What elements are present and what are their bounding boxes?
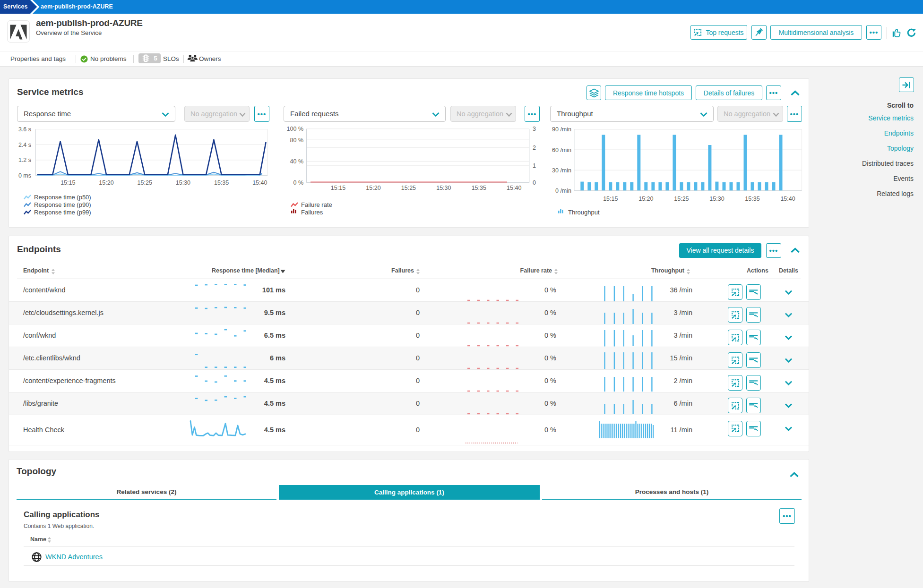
svg-text:40 %: 40 % (290, 158, 304, 165)
svg-text:15:25: 15:25 (138, 179, 152, 186)
svg-text:3.6 s: 3.6 s (18, 126, 31, 133)
svg-text:1.2 s: 1.2 s (18, 157, 31, 163)
svg-text:15:15: 15:15 (603, 196, 618, 202)
svg-text:Failures: Failures (301, 209, 323, 216)
svg-text:2: 2 (533, 145, 536, 151)
svg-text:15:30: 15:30 (709, 196, 724, 202)
svg-text:0 ms: 0 ms (18, 172, 31, 179)
svg-text:80 %: 80 % (290, 137, 304, 144)
svg-text:15:40: 15:40 (252, 179, 267, 186)
svg-text:15:30: 15:30 (436, 185, 451, 191)
svg-text:30 /min: 30 /min (552, 167, 571, 174)
svg-text:15:20: 15:20 (638, 196, 653, 202)
svg-text:15:15: 15:15 (60, 179, 75, 186)
svg-text:15:20: 15:20 (366, 185, 380, 191)
svg-text:3: 3 (533, 126, 536, 132)
svg-text:Failure rate: Failure rate (301, 201, 332, 208)
svg-text:15:25: 15:25 (401, 185, 416, 191)
svg-text:1: 1 (533, 162, 536, 169)
svg-text:100 %: 100 % (287, 126, 303, 132)
svg-text:Response time (p99): Response time (p99) (34, 209, 91, 216)
svg-text:Response time (p90): Response time (p90) (34, 201, 91, 208)
svg-text:Response time (p50): Response time (p50) (34, 194, 91, 201)
svg-text:15:35: 15:35 (745, 196, 759, 202)
svg-text:60 /min: 60 /min (552, 147, 571, 153)
svg-text:90 /min: 90 /min (552, 126, 571, 133)
svg-text:0 %: 0 % (293, 179, 303, 186)
svg-text:2.4 s: 2.4 s (18, 142, 31, 148)
svg-text:15:35: 15:35 (472, 185, 486, 191)
svg-text:15:25: 15:25 (674, 196, 689, 202)
svg-text:Throughput: Throughput (568, 209, 600, 216)
svg-text:15:40: 15:40 (507, 185, 521, 191)
svg-text:15:20: 15:20 (99, 179, 113, 186)
svg-text:15:35: 15:35 (214, 179, 229, 186)
svg-text:0: 0 (533, 179, 536, 186)
svg-text:0 /min: 0 /min (555, 187, 571, 194)
svg-text:15:40: 15:40 (780, 196, 795, 202)
svg-text:15:30: 15:30 (176, 179, 190, 186)
svg-text:15:15: 15:15 (331, 185, 345, 191)
